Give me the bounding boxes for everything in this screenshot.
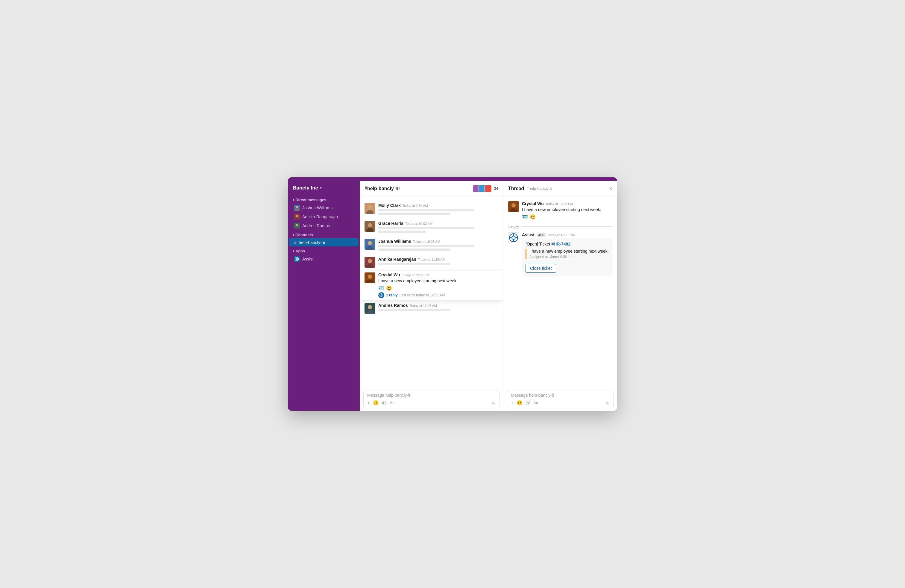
thread-aa-icon[interactable]: Aa: [533, 400, 538, 405]
thread-header: Thread #help-bancly-it ×: [503, 181, 617, 196]
thread-title-area: Thread #help-bancly-it: [508, 186, 552, 191]
thread-send-icon[interactable]: ▶: [606, 400, 610, 406]
message-group-grace: Grace Harris Today at 10:03 AM: [360, 219, 503, 236]
sidebar-item-annika-rangarajan[interactable]: Annika Rangarajan: [289, 212, 359, 221]
avatar-annika: [294, 214, 300, 220]
thread-crystal-time: Today at 12:09 PM: [546, 202, 573, 206]
member-avatars: [474, 185, 492, 192]
assist-message-body: [Open] Ticket #HR-7482 I have a new empl…: [522, 238, 612, 277]
grace-line-2: [378, 230, 426, 233]
grace-time: Today at 10:03 AM: [405, 222, 432, 226]
thread-emoji-icon[interactable]: 🙂: [516, 400, 522, 406]
svg-point-2: [296, 215, 298, 217]
thread-reaction-badge[interactable]: 🪪: [522, 214, 528, 220]
app-window: Bancly Inc ▾ ▾ Direct messages Joshu: [288, 177, 617, 411]
annika-author: Annika Rangarajan: [378, 257, 416, 262]
message-header-crystal: Crystal Wu Today at 12:09 PM: [378, 272, 498, 277]
thread-content-assist: Assist APP Today at 12:11 PM [Open] Tick…: [522, 232, 612, 277]
channel-input-toolbar-left: + 🙂 @ Aa: [367, 400, 395, 406]
assist-label: Assist: [302, 257, 313, 261]
thread-at-icon[interactable]: @: [526, 400, 530, 406]
message-content-molly: Molly Clark Today at 9:30 AM: [378, 203, 498, 216]
joshua-line-1: [378, 245, 474, 247]
sidebar-item-joshua-williams[interactable]: Joshua Williams: [289, 203, 359, 212]
svg-point-19: [368, 241, 372, 245]
channel-aa-icon[interactable]: Aa: [390, 400, 395, 405]
ticket-link[interactable]: #HR-7482: [551, 242, 570, 246]
ticket-status-label: [Open] Ticket: [526, 242, 550, 246]
message-content-joshua: Joshua Williams Today at 10:05 AM: [378, 239, 498, 252]
apps-section[interactable]: ▾ Apps: [288, 246, 360, 254]
grace-line-1: [378, 227, 474, 229]
thread-add-icon[interactable]: +: [511, 400, 514, 406]
direct-messages-label: Direct messages: [295, 198, 326, 202]
message-header-grace: Grace Harris Today at 10:03 AM: [378, 221, 498, 226]
reaction-badge[interactable]: 🪪: [378, 285, 384, 291]
apps-arrow-icon: ▾: [293, 250, 294, 253]
close-ticket-button[interactable]: Close ticket: [526, 264, 556, 273]
message-group-andres: Andres Ramos Today at 12:45 AM: [360, 301, 503, 316]
channels-label: Channels: [295, 233, 313, 237]
header-avatar-3: [484, 185, 492, 192]
channels-section[interactable]: ▾ Channels: [288, 230, 360, 238]
thread-content-crystal: Crystal Wu Today at 12:09 PM I have a ne…: [522, 201, 612, 220]
svg-point-16: [368, 223, 372, 227]
channel-header-right: 34: [474, 185, 498, 192]
dm-joshua-label: Joshua Williams: [302, 205, 332, 210]
channel-add-icon[interactable]: +: [367, 400, 370, 406]
apps-label: Apps: [295, 249, 305, 253]
sidebar-item-assist[interactable]: Assist: [289, 254, 359, 264]
thread-crystal-text: I have a new employee starting next week…: [522, 207, 612, 213]
channel-at-icon[interactable]: @: [382, 400, 387, 406]
channel-emoji-icon[interactable]: 🙂: [373, 400, 379, 406]
svg-point-37: [511, 203, 516, 208]
svg-point-5: [295, 227, 299, 229]
assist-ticket-line: [Open] Ticket #HR-7482: [526, 242, 609, 246]
svg-point-1: [295, 209, 299, 211]
thread-msg-header-crystal: Crystal Wu Today at 12:09 PM: [522, 201, 612, 206]
main-channel: #help-bancly-hr 34: [360, 181, 503, 411]
dm-annika-label: Annika Rangarajan: [302, 215, 338, 219]
thread-msg-assist: Assist APP Today at 12:11 PM [Open] Tick…: [508, 232, 612, 277]
andres-author: Andres Ramos: [378, 303, 408, 308]
sidebar-item-help-bancly-hr[interactable]: # help-bancly-hr: [289, 238, 359, 246]
sidebar-item-andres-ramos[interactable]: Andres Ramos: [289, 221, 359, 230]
thread-input-toolbar-left: + 🙂 @ Aa: [511, 400, 538, 406]
message-header-molly: Molly Clark Today at 9:30 AM: [378, 203, 498, 208]
annika-line-1: [378, 263, 450, 265]
andres-line-1: [378, 309, 450, 311]
channel-send-icon[interactable]: ▶: [492, 400, 495, 406]
thread-close-button[interactable]: ×: [609, 186, 612, 191]
reply-count: 1 reply: [508, 224, 519, 229]
message-content-andres: Andres Ramos Today at 12:45 AM: [378, 303, 498, 314]
reply-bar[interactable]: 1 reply Last reply today at 12:11 PM: [378, 292, 498, 298]
svg-point-40: [512, 236, 515, 239]
reply-time-label: Last reply today at 12:11 PM: [400, 293, 445, 297]
joshua-author: Joshua Williams: [378, 239, 411, 244]
thread-input-placeholder[interactable]: Message help-bancly-it: [511, 393, 610, 397]
workspace-header[interactable]: Bancly Inc ▾: [288, 181, 360, 195]
svg-point-13: [368, 205, 372, 209]
avatar-molly-clark: [365, 203, 375, 214]
joshua-time: Today at 10:05 AM: [413, 240, 440, 243]
thread-msg-crystal: Crystal Wu Today at 12:09 PM I have a ne…: [508, 201, 612, 220]
workspace-name: Bancly Inc: [293, 185, 318, 191]
message-header-andres: Andres Ramos Today at 12:45 AM: [378, 303, 498, 308]
svg-point-34: [368, 305, 372, 309]
svg-point-7: [296, 258, 298, 260]
svg-point-4: [296, 224, 298, 226]
direct-messages-section[interactable]: ▾ Direct messages: [288, 195, 360, 203]
channel-input-toolbar: + 🙂 @ Aa ▶: [367, 400, 495, 406]
molly-author: Molly Clark: [378, 203, 401, 208]
dm-arrow-icon: ▾: [293, 198, 294, 202]
thread-panel: Thread #help-bancly-it ×: [503, 181, 617, 411]
avatar-joshua-msg: [365, 239, 375, 250]
reaction-smile[interactable]: 😄: [386, 285, 392, 291]
andres-time: Today at 12:45 AM: [410, 304, 437, 307]
avatar-crystal-msg: [365, 272, 375, 283]
channel-input-placeholder[interactable]: Message help-bancly-it: [367, 393, 495, 397]
thread-reaction-smile[interactable]: 😄: [530, 214, 536, 220]
ticket-assigned: Assigned to: Janet Williams: [529, 255, 609, 259]
thread-messages-area: Crystal Wu Today at 12:09 PM I have a ne…: [503, 196, 617, 388]
message-content-grace: Grace Harris Today at 10:03 AM: [378, 221, 498, 234]
